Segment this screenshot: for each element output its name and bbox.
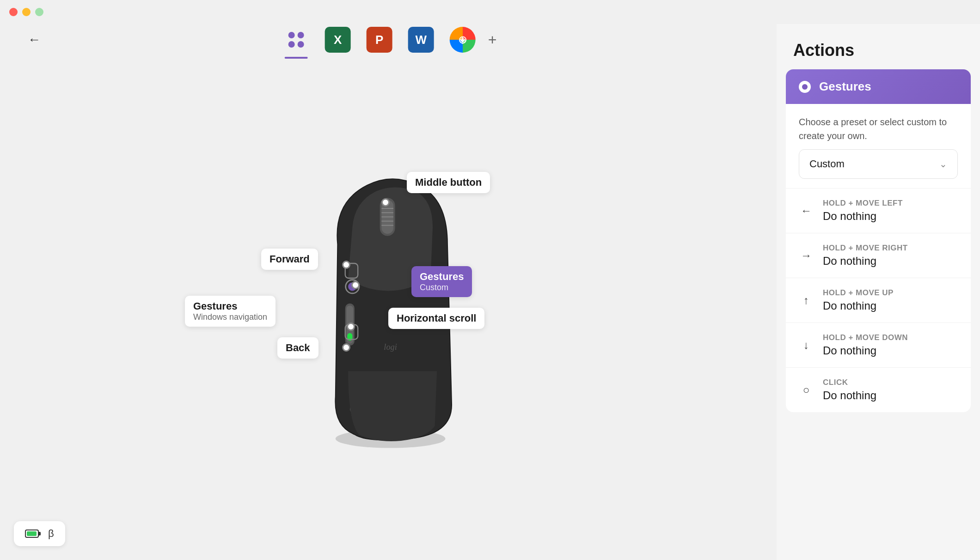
gestures-header[interactable]: Gestures bbox=[786, 69, 971, 104]
tab-excel[interactable]: X bbox=[322, 24, 354, 56]
action-item-hold-move-down[interactable]: ↓ HOLD + MOVE DOWN Do nothing bbox=[786, 323, 971, 367]
tab-word[interactable]: W bbox=[405, 24, 437, 56]
preset-value: Custom bbox=[809, 158, 845, 170]
action-icon-click: ○ bbox=[799, 383, 814, 396]
maximize-button[interactable] bbox=[35, 8, 43, 16]
word-icon: W bbox=[408, 27, 434, 53]
svg-text:logi: logi bbox=[384, 342, 397, 352]
gestures-radio[interactable] bbox=[799, 81, 811, 93]
action-value-hold-move-down: Do nothing bbox=[823, 344, 958, 357]
action-icon-hold-move-left: ← bbox=[799, 204, 814, 217]
action-value-hold-move-right: Do nothing bbox=[823, 255, 958, 268]
nav-tabs: X P W ⊕ + bbox=[280, 24, 497, 56]
gestures-purple-tooltip: Gestures Custom bbox=[411, 266, 472, 297]
action-item-hold-move-right[interactable]: → HOLD + MOVE RIGHT Do nothing bbox=[786, 233, 971, 278]
action-text-hold-move-left: HOLD + MOVE LEFT Do nothing bbox=[823, 199, 958, 223]
action-value-hold-move-up: Do nothing bbox=[823, 299, 958, 312]
actions-content: Gestures Choose a preset or select custo… bbox=[777, 69, 980, 560]
action-text-hold-move-right: HOLD + MOVE RIGHT Do nothing bbox=[823, 243, 958, 268]
minimize-button[interactable] bbox=[22, 8, 31, 16]
left-panel: ← X P W bbox=[0, 24, 777, 560]
main-layout: ← X P W bbox=[0, 24, 980, 560]
action-label-hold-move-up: HOLD + MOVE UP bbox=[823, 288, 958, 298]
battery-fill bbox=[27, 531, 37, 536]
gestures-plain-tooltip[interactable]: Gestures Windows navigation bbox=[185, 296, 276, 327]
mouse-area: logi Middle button bbox=[0, 55, 777, 560]
safari-icon: ⊕ bbox=[450, 27, 476, 53]
preset-section: Choose a preset or select custom to crea… bbox=[786, 104, 971, 179]
preset-description: Choose a preset or select custom to crea… bbox=[799, 115, 958, 143]
all-apps-grid-icon bbox=[287, 30, 306, 49]
horizontal-scroll-connector bbox=[347, 323, 355, 331]
right-panel: Actions Gestures Choose a preset or sele… bbox=[777, 24, 980, 560]
powerpoint-icon: P bbox=[367, 27, 392, 53]
close-button[interactable] bbox=[9, 8, 18, 16]
action-label-click: CLICK bbox=[823, 378, 958, 387]
excel-icon: X bbox=[325, 27, 351, 53]
titlebar bbox=[0, 0, 980, 24]
action-items-list: ← HOLD + MOVE LEFT Do nothing → HOLD + M… bbox=[786, 188, 971, 412]
middle-button-tooltip[interactable]: Middle button bbox=[407, 172, 490, 193]
add-app-button[interactable]: + bbox=[488, 31, 497, 49]
action-item-hold-move-left[interactable]: ← HOLD + MOVE LEFT Do nothing bbox=[786, 188, 971, 233]
preset-dropdown[interactable]: Custom ⌄ bbox=[799, 149, 958, 179]
action-icon-hold-move-up: ↑ bbox=[799, 294, 814, 307]
action-icon-hold-move-right: → bbox=[799, 249, 814, 262]
battery-icon bbox=[25, 530, 39, 538]
action-icon-hold-move-down: ↓ bbox=[799, 339, 814, 352]
bluetooth-icon: β bbox=[48, 528, 54, 540]
action-label-hold-move-right: HOLD + MOVE RIGHT bbox=[823, 243, 958, 253]
action-item-click[interactable]: ○ CLICK Do nothing bbox=[786, 367, 971, 412]
gestures-header-title: Gestures bbox=[819, 79, 871, 94]
tab-safari[interactable]: ⊕ bbox=[447, 24, 479, 56]
back-button[interactable]: ← bbox=[28, 33, 41, 46]
top-nav: ← X P W bbox=[0, 24, 777, 55]
mouse-container: logi Middle button bbox=[273, 160, 504, 456]
forward-connector bbox=[342, 261, 350, 269]
tab-powerpoint[interactable]: P bbox=[363, 24, 396, 56]
gestures-card: Gestures Choose a preset or select custo… bbox=[786, 69, 971, 412]
action-text-hold-move-down: HOLD + MOVE DOWN Do nothing bbox=[823, 333, 958, 357]
status-bar: β bbox=[14, 521, 65, 546]
action-text-click: CLICK Do nothing bbox=[823, 378, 958, 402]
dropdown-arrow-icon: ⌄ bbox=[939, 158, 947, 170]
action-value-click: Do nothing bbox=[823, 389, 958, 402]
back-tooltip[interactable]: Back bbox=[277, 337, 318, 359]
action-text-hold-move-up: HOLD + MOVE UP Do nothing bbox=[823, 288, 958, 312]
forward-tooltip[interactable]: Forward bbox=[261, 249, 318, 270]
horizontal-scroll-tooltip[interactable]: Horizontal scroll bbox=[388, 308, 484, 329]
gestures-radio-inner bbox=[802, 84, 808, 90]
action-label-hold-move-down: HOLD + MOVE DOWN bbox=[823, 333, 958, 342]
action-label-hold-move-left: HOLD + MOVE LEFT bbox=[823, 199, 958, 208]
back-connector bbox=[342, 343, 350, 352]
action-value-hold-move-left: Do nothing bbox=[823, 210, 958, 223]
tab-all-apps[interactable] bbox=[280, 24, 312, 56]
action-item-hold-move-up[interactable]: ↑ HOLD + MOVE UP Do nothing bbox=[786, 278, 971, 323]
actions-title: Actions bbox=[777, 24, 980, 69]
